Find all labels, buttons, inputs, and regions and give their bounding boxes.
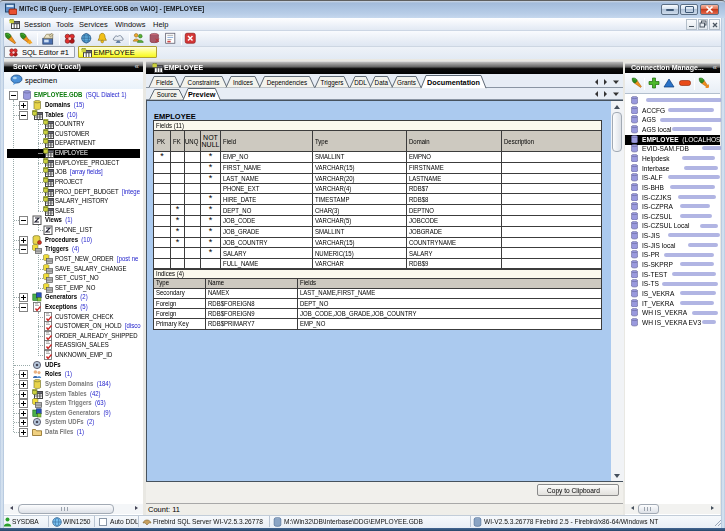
svg-text:Dependencies: Dependencies — [267, 78, 308, 87]
svg-text:Source: Source — [157, 90, 177, 99]
svg-text:Preview: Preview — [188, 90, 216, 99]
svg-text:Grants: Grants — [397, 78, 416, 87]
svg-text:Data: Data — [375, 78, 389, 87]
svg-text:Indices: Indices — [233, 78, 253, 87]
svg-text:Documentation: Documentation — [427, 78, 480, 87]
svg-text:Fields: Fields — [156, 78, 173, 87]
svg-text:DDL: DDL — [354, 78, 367, 87]
svg-text:Constraints: Constraints — [188, 78, 220, 87]
svg-text:Triggers: Triggers — [321, 78, 344, 87]
